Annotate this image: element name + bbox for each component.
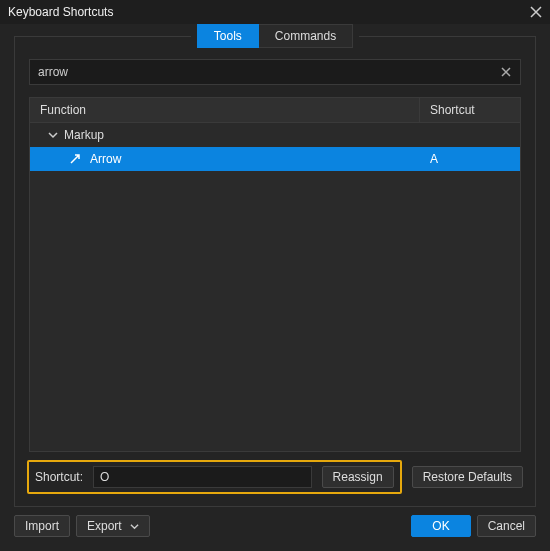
chevron-down-icon	[130, 522, 139, 531]
shortcut-edit-row: Shortcut: Reassign Restore Defaults	[27, 460, 523, 494]
cancel-button[interactable]: Cancel	[477, 515, 536, 537]
import-button[interactable]: Import	[14, 515, 70, 537]
table-body: Markup Arrow A	[30, 123, 520, 451]
dialog-title: Keyboard Shortcuts	[8, 5, 113, 19]
table-header: Function Shortcut	[30, 98, 520, 123]
content-panel: Tools Commands Function Shortcut	[14, 36, 536, 507]
tab-bar: Tools Commands	[15, 24, 535, 48]
titlebar: Keyboard Shortcuts	[0, 0, 550, 24]
shortcut-label: Shortcut:	[35, 470, 83, 484]
search-field[interactable]	[29, 59, 521, 85]
shortcut-input[interactable]	[93, 466, 312, 488]
clear-search-icon[interactable]	[498, 64, 514, 80]
shortcuts-table: Function Shortcut Markup	[29, 97, 521, 452]
group-label: Markup	[64, 128, 104, 142]
header-shortcut[interactable]: Shortcut	[420, 98, 520, 122]
item-name: Arrow	[90, 152, 121, 166]
dialog-footer: Import Export OK Cancel	[0, 515, 550, 551]
export-label: Export	[87, 519, 122, 533]
chevron-down-icon	[48, 130, 58, 140]
keyboard-shortcuts-dialog: Keyboard Shortcuts Tools Commands Functi…	[0, 0, 550, 551]
ok-button[interactable]: OK	[411, 515, 470, 537]
group-row-markup[interactable]: Markup	[30, 123, 520, 147]
restore-defaults-button[interactable]: Restore Defaults	[412, 466, 523, 488]
item-shortcut: A	[420, 152, 520, 166]
highlight-box: Shortcut: Reassign	[27, 460, 402, 494]
close-icon[interactable]	[528, 4, 544, 20]
search-input[interactable]	[38, 65, 498, 79]
body-area: Function Shortcut Markup	[15, 37, 535, 452]
reassign-button[interactable]: Reassign	[322, 466, 394, 488]
table-row[interactable]: Arrow A	[30, 147, 520, 171]
arrow-tool-icon	[68, 152, 82, 166]
tab-tools[interactable]: Tools	[197, 24, 259, 48]
export-button[interactable]: Export	[76, 515, 150, 537]
tab-commands[interactable]: Commands	[259, 24, 353, 48]
header-function[interactable]: Function	[30, 98, 420, 122]
